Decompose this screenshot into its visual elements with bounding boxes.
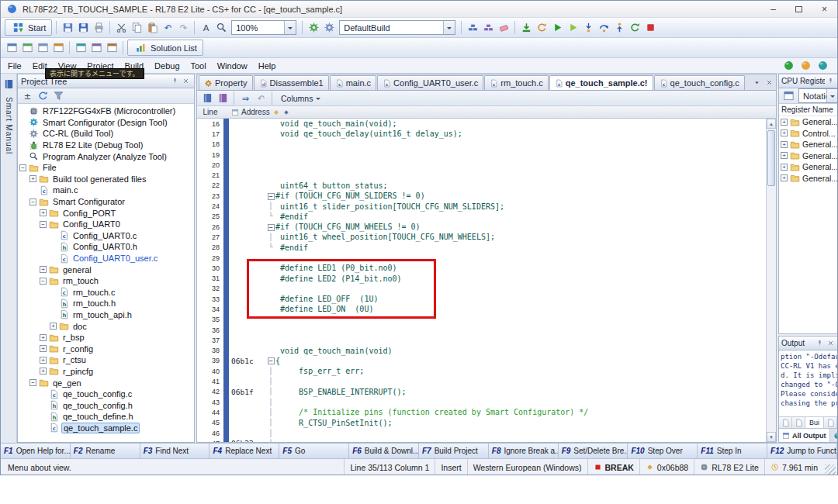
fkey-f10[interactable]: F10Step Over	[628, 444, 698, 458]
code-line-19[interactable]: 19	[197, 150, 766, 160]
undo-icon[interactable]: ↶	[161, 21, 175, 35]
tree-item-file[interactable]: −File	[18, 162, 194, 174]
code-line-18[interactable]: 18	[197, 140, 766, 150]
address-column-header[interactable]: Address	[229, 108, 290, 116]
code-line-17[interactable]: 17 void qe_touch_delay(uint16_t delay_us…	[197, 129, 766, 139]
fkey-f9[interactable]: F9Set/Delete Bre...	[559, 444, 628, 458]
line-number[interactable]: 25	[197, 212, 223, 220]
line-number[interactable]: 42	[197, 388, 223, 395]
build-config-select[interactable]: DefaultBuild	[339, 20, 455, 35]
output-subtab-icon[interactable]	[779, 417, 792, 428]
line-number[interactable]: 21	[197, 171, 223, 179]
output-subtab2-icon[interactable]	[792, 417, 805, 428]
line-number[interactable]: 27	[197, 233, 223, 241]
tree-item-config-uart0[interactable]: −Config_UART0	[18, 219, 194, 230]
expand-icon[interactable]: +	[781, 174, 788, 181]
tree-item-config-uart0-c[interactable]: cConfig_UART0.c	[18, 230, 194, 242]
output-tab-smart-browser[interactable]: Smart Browser	[830, 429, 838, 442]
output-panel-icon[interactable]	[51, 41, 65, 55]
tree-item-r-config[interactable]: +r_config	[18, 343, 194, 354]
cpu-view-icon[interactable]	[781, 89, 795, 103]
expand-collapse-icon[interactable]: ±	[20, 89, 34, 103]
line-number[interactable]: 40	[197, 368, 223, 375]
build-icon[interactable]	[466, 21, 480, 35]
code-line-37[interactable]: 37	[197, 335, 766, 345]
resize-grip[interactable]	[825, 464, 836, 475]
restart-icon[interactable]	[628, 21, 642, 35]
tree-item-general[interactable]: +general	[18, 264, 194, 275]
scroll-down-icon[interactable]: ▼	[767, 432, 776, 442]
tab-list-dropdown-icon[interactable]	[751, 78, 762, 88]
display-format-icon[interactable]	[200, 91, 214, 105]
register-row-1[interactable]: +Control...	[779, 128, 838, 140]
register-row-5[interactable]: +General...	[779, 173, 838, 185]
tree-item-config-uart0-h[interactable]: hConfig_UART0.h	[18, 241, 194, 253]
expand-icon[interactable]: +	[40, 368, 47, 375]
line-number[interactable]: 47	[197, 440, 223, 442]
rapid-build-icon[interactable]	[306, 21, 320, 35]
minimize-button[interactable]: –	[760, 1, 786, 17]
tree-item-build-tool-generated-files[interactable]: +Build tool generated files	[18, 174, 194, 185]
tree-item-r-bsp[interactable]: +r_bsp	[18, 332, 194, 343]
pin-icon[interactable]	[169, 76, 180, 86]
project-tree-panel-icon[interactable]	[5, 41, 19, 55]
tree-item-smart-configurator-design-tool[interactable]: Smart Configurator (Design Tool)	[18, 117, 194, 129]
line-number[interactable]: 22	[197, 181, 223, 189]
print-icon[interactable]	[92, 21, 106, 35]
memory-panel-icon[interactable]	[89, 41, 103, 55]
code-area[interactable]: 16 void qe_touch_main(void);17 void qe_t…	[197, 119, 776, 442]
jump-forward-icon[interactable]: ⇒	[238, 91, 252, 105]
tree-item-r-ctsu[interactable]: +r_ctsu	[18, 354, 194, 366]
scrollbar-thumb[interactable]	[767, 130, 775, 186]
maximize-button[interactable]	[786, 1, 812, 17]
smart-manual-tab[interactable]: Smart Manual	[5, 97, 13, 154]
step-in-icon[interactable]	[581, 21, 595, 35]
collapse-icon[interactable]: −	[40, 278, 47, 285]
tab-qe-touch-sample-c[interactable]: cqe_touch_sample.c!	[549, 75, 653, 90]
disassemble-panel-icon[interactable]	[105, 41, 119, 55]
font-size-icon[interactable]: A	[199, 21, 213, 35]
return-out-icon[interactable]	[612, 21, 626, 35]
ignore-break-go-icon[interactable]	[566, 21, 580, 35]
line-number[interactable]: 20	[197, 161, 223, 169]
smart-manual-icon[interactable]	[2, 77, 16, 91]
expand-icon[interactable]: +	[781, 164, 788, 171]
expand-icon[interactable]: +	[40, 209, 47, 216]
code-line-46[interactable]: 46│	[197, 428, 766, 438]
code-line-45[interactable]: 45│ R_CTSU_PinSetInit();	[197, 418, 766, 428]
code-line-26[interactable]: 26−#if (TOUCH_CFG_NUM_WHEELS != 0)	[197, 222, 766, 232]
fkey-f11[interactable]: F11Step In	[698, 444, 767, 458]
line-number[interactable]: 41	[197, 378, 223, 385]
tree-item-rm-touch-api-h[interactable]: hrm_touch_api.h	[18, 309, 194, 321]
zoom-icon[interactable]	[214, 21, 228, 35]
property-panel-icon[interactable]	[20, 41, 34, 55]
fkey-f5[interactable]: F5Go	[279, 444, 349, 458]
line-number[interactable]: 29	[197, 254, 223, 262]
collapse-icon[interactable]: −	[29, 379, 36, 386]
build-mode-icon[interactable]	[322, 21, 336, 35]
tree-item-cc-rl-build-tool[interactable]: CC-RL (Build Tool)	[18, 128, 194, 140]
reset-icon[interactable]	[535, 21, 549, 35]
watch-panel-icon[interactable]	[74, 41, 88, 55]
menu-tool[interactable]: Tool	[185, 60, 212, 72]
tab-rm-touch-c[interactable]: crm_touch.c	[484, 75, 548, 90]
tree-item-main-c[interactable]: cmain.c	[18, 185, 194, 196]
output-header[interactable]: Output	[779, 337, 838, 350]
output-text[interactable]: ption "-Odefault" ofCC-RL V1 has expired…	[779, 350, 838, 416]
tab-config-uart0-user-c[interactable]: cConfig_UART0_user.c	[377, 75, 483, 90]
collapse-icon[interactable]: −	[40, 221, 47, 228]
editor-scrollbar[interactable]: ▲ ▼	[766, 119, 776, 442]
download-icon[interactable]	[519, 21, 533, 35]
expand-icon[interactable]: +	[29, 175, 36, 182]
tree-item-rm-touch-c[interactable]: crm_touch.c	[18, 287, 194, 299]
jump-back-icon[interactable]: ↶	[254, 91, 268, 105]
tree-item-qe-touch-define-h[interactable]: hqe_touch_define.h	[18, 411, 194, 423]
pin-icon[interactable]	[825, 76, 836, 86]
code-line-47[interactable]: 4706b22│	[197, 438, 766, 442]
tree-item-config-uart0-user-c[interactable]: cConfig_UART0_user.c	[18, 253, 194, 264]
fkey-f2[interactable]: F2Rename	[71, 444, 140, 458]
line-number[interactable]: 37	[197, 337, 223, 344]
tree-item-rm-touch[interactable]: −rm_touch	[18, 275, 194, 287]
line-number[interactable]: 35	[197, 316, 223, 323]
line-number[interactable]: 17	[197, 130, 223, 138]
